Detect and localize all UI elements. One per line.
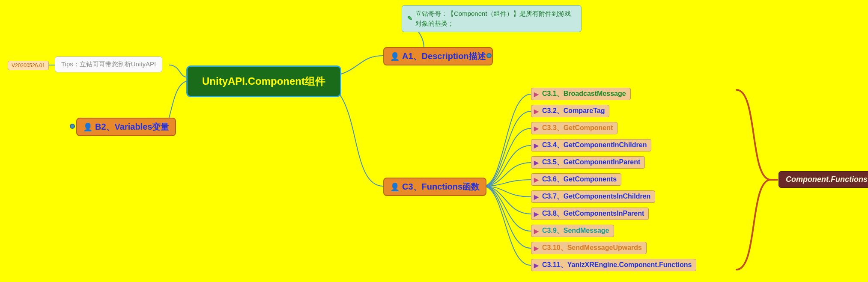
function-label: C3.1、BroadcastMessage [542, 89, 626, 98]
flag-icon: ▶ [534, 176, 539, 183]
c3-text: C3、Functions函数 [402, 181, 480, 193]
flag-icon: ▶ [534, 91, 539, 98]
function-label: C3.10、SendMessageUpwards [542, 243, 642, 252]
flag-icon: ▶ [534, 108, 539, 115]
function-item[interactable]: ▶C3.6、GetComponents [531, 173, 621, 186]
flag-icon: ▶ [534, 228, 539, 235]
function-label: C3.7、GetComponentsInChildren [542, 192, 650, 201]
function-item[interactable]: ▶C3.2、CompareTag [531, 105, 609, 117]
function-label: C3.5、GetComponentInParent [542, 158, 640, 167]
function-item[interactable]: ▶C3.11、YanlzXREngine.Component.Functions [531, 259, 696, 271]
b2-text: B2、Variables变量 [95, 121, 169, 133]
flag-icon: ▶ [534, 193, 539, 200]
summary-node[interactable]: Component.Functions [779, 171, 868, 188]
function-item[interactable]: ▶C3.3、GetComponent [531, 122, 617, 134]
tips-text: Tips：立钻哥哥带您剖析UnityAPI [61, 60, 156, 68]
connector-dot[interactable] [486, 53, 492, 58]
flag-icon: ▶ [534, 125, 539, 132]
flag-icon: ▶ [534, 142, 539, 149]
root-text: UnityAPI.Component组件 [202, 74, 325, 88]
function-label: C3.6、GetComponents [542, 175, 617, 184]
note-text: 立钻哥哥：【Component（组件）】是所有附件到游戏对象的基类； [415, 9, 576, 28]
root-node[interactable]: UnityAPI.Component组件 [186, 65, 341, 97]
function-item[interactable]: ▶C3.5、GetComponentInParent [531, 156, 645, 169]
function-label: C3.3、GetComponent [542, 124, 613, 133]
function-item[interactable]: ▶C3.10、SendMessageUpwards [531, 242, 647, 254]
person-icon: 👤 [83, 122, 92, 132]
person-icon: 👤 [390, 182, 400, 192]
flag-icon: ▶ [534, 211, 539, 217]
function-item[interactable]: ▶C3.7、GetComponentsInChildren [531, 190, 655, 203]
function-item[interactable]: ▶C3.4、GetComponentInChildren [531, 139, 651, 151]
version-text: V20200526.01 [12, 62, 45, 68]
tips-node[interactable]: Tips：立钻哥哥带您剖析UnityAPI [55, 56, 162, 72]
summary-text: Component.Functions [786, 175, 868, 184]
version-badge: V20200526.01 [8, 61, 49, 70]
person-icon: 👤 [390, 52, 400, 61]
topic-b2[interactable]: 👤 B2、Variables变量 [76, 118, 176, 136]
flag-icon: ▶ [534, 262, 539, 269]
function-item[interactable]: ▶C3.8、GetComponentsInParent [531, 208, 649, 220]
a1-text: A1、Description描述 [402, 50, 486, 62]
flag-icon: ▶ [534, 245, 539, 252]
function-label: C3.9、SendMessage [542, 226, 609, 235]
topic-a1[interactable]: 👤 A1、Description描述 [383, 47, 493, 65]
function-label: C3.8、GetComponentsInParent [542, 209, 644, 218]
note-icon: ✎ [407, 14, 413, 24]
flag-icon: ▶ [534, 159, 539, 166]
function-item[interactable]: ▶C3.9、SendMessage [531, 225, 614, 237]
function-label: C3.2、CompareTag [542, 107, 605, 116]
note-node[interactable]: ✎ 立钻哥哥：【Component（组件）】是所有附件到游戏对象的基类； [402, 5, 582, 32]
topic-c3[interactable]: 👤 C3、Functions函数 [383, 178, 486, 196]
function-label: C3.11、YanlzXREngine.Component.Functions [542, 261, 692, 270]
function-label: C3.4、GetComponentInChildren [542, 141, 647, 150]
connector-dot[interactable] [70, 124, 75, 129]
function-item[interactable]: ▶C3.1、BroadcastMessage [531, 88, 631, 100]
